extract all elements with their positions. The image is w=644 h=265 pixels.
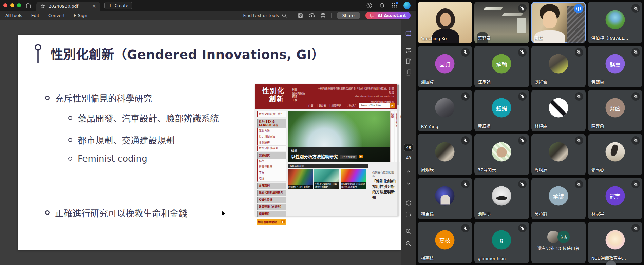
comments-icon[interactable] [405, 47, 412, 54]
site-sidebar-header: 性別化創新通訊新知 [257, 190, 286, 196]
participant-name: 吳承諺 [535, 210, 548, 217]
participant-name: 黃麒熏 [591, 79, 604, 85]
participant-tile[interactable]: 葉羿君 [474, 2, 529, 43]
site-hero-row: 科學 以性別分析方法協助研究 ｜性別化創新 ▶ [288, 111, 399, 162]
participant-tile[interactable]: 麒熏 黃麒熏 [588, 46, 642, 87]
participant-tile[interactable]: NCU通識教育中… [588, 222, 642, 263]
participant-tile[interactable]: 承諺 吳承諺 [531, 178, 586, 219]
participant-avatar [549, 142, 568, 161]
site-hero-tag: ｜性別化創新 [340, 155, 357, 159]
site-sidebar-item: 特定領域方法 [257, 134, 286, 140]
site-thumb-stem-cells: 幹細胞：分析生理性別 [288, 169, 313, 189]
document-tab[interactable]: 20240930.pdf ✕ [36, 2, 100, 11]
participant-tile[interactable]: 鈺媞 黃鈺媞 [474, 90, 529, 131]
bullet-2-text: 正確進行研究可以挽救生命和金錢 [55, 206, 187, 219]
participant-tile[interactable]: 周炯辰 [531, 134, 586, 176]
participant-tile[interactable]: 賴禹心 [588, 134, 642, 176]
participant-tile-active-speaker[interactable]: 袁援 [531, 2, 586, 43]
site-logo-line1: 性別化 [262, 87, 285, 95]
refresh-icon[interactable] [405, 199, 412, 207]
create-tab-button[interactable]: + Create [104, 2, 132, 9]
bullet-marker [45, 96, 50, 100]
right-rail: 48 49 [401, 20, 416, 265]
help-icon[interactable] [366, 2, 373, 9]
page-up-icon[interactable] [405, 168, 412, 176]
participant-tile[interactable]: P.Y Yang [418, 90, 472, 131]
menu-convert[interactable]: Convert [48, 13, 65, 18]
export-page-icon[interactable] [405, 211, 412, 218]
menu-all-tools[interactable]: All tools [5, 13, 22, 18]
save-icon[interactable] [298, 13, 303, 18]
site-sidebar-header: 政策建議 (含期刊) [257, 204, 286, 210]
participant-tile[interactable]: 池翊亭 [474, 178, 529, 219]
menubar: All tools Edit Convert E-Sign Find text … [0, 11, 416, 20]
current-page-input[interactable]: 48 [404, 144, 413, 151]
tab-close-icon[interactable]: ✕ [92, 4, 96, 9]
home-button[interactable] [25, 0, 32, 11]
apps-grid-icon[interactable] [391, 2, 397, 8]
mic-off-icon [631, 136, 640, 145]
meet-participants-grid: Yunching Ko 葉羿君 袁援 洪伯樺（RAFAEL… 圓貞 謝圓貞 承翰… [416, 0, 644, 265]
notifications-bell-icon[interactable] [379, 2, 385, 9]
site-scrollbar [397, 84, 399, 216]
website-screenshot: 性別化 創新 科學 健康與醫療 環境 工程 本網站由蔡麗玲教授主持之國科會「性別… [255, 84, 399, 216]
overflow-label: 還有另外 13 位使用者 [531, 245, 586, 251]
menu-edit[interactable]: Edit [31, 13, 39, 18]
participant-name: 葉羿君 [478, 35, 491, 41]
ai-assistant-panel-icon[interactable] [405, 30, 412, 37]
print-icon[interactable] [320, 13, 326, 19]
avatar-initials: 燕枝 [439, 236, 450, 244]
site-sidebar: 性別化創新是什麼？ 性別(SEX & GENDER)分析 基礎方法 特定領域方法… [255, 111, 287, 216]
mic-off-icon [631, 92, 640, 101]
participant-tile[interactable]: 37薛閔云 [474, 134, 529, 176]
participant-avatar: 圓貞 [435, 54, 455, 74]
share-label: Share [342, 13, 355, 18]
site-credit-line1: 本網站由蔡麗玲教授主持之國科會「性別化創新的應用與推廣」計畫維護 [318, 87, 394, 95]
sub-bullet-1-text: 藥品開發、汽車設計、臉部辨識系統 [78, 111, 219, 124]
participant-tile[interactable]: 楊東倫 [418, 178, 472, 219]
participant-tile[interactable]: 冠宇 林冠宇 [588, 178, 642, 219]
participant-tile[interactable]: 圓貞 謝圓貞 [418, 46, 472, 87]
participant-tile[interactable]: 洪伯樺（RAFAEL… [588, 2, 642, 43]
site-sidebar-cite-label: 如何引用本網站 [258, 220, 277, 224]
overflow-participants-tile[interactable]: 立杰 還有另外 13 位使用者 [531, 222, 586, 263]
participant-tile[interactable]: 承翰 汪承翰 [474, 46, 529, 87]
site-logo-line2: 創新 [262, 95, 285, 103]
participant-tile[interactable]: Yunching Ko [418, 2, 472, 43]
participant-tile[interactable]: 劉祥雲 [531, 46, 586, 87]
upload-cloud-icon[interactable] [308, 12, 315, 19]
maximize-window-button[interactable] [17, 3, 21, 7]
user-avatar[interactable] [403, 2, 411, 9]
ai-assistant-button[interactable]: AI Assistant [365, 12, 411, 19]
participant-tile[interactable]: 羿函 陳羿函 [588, 90, 642, 131]
bookmarks-icon[interactable] [405, 58, 412, 65]
share-button[interactable]: Share [337, 12, 360, 19]
pages-icon[interactable] [405, 69, 412, 76]
mic-off-icon [631, 48, 640, 57]
home-icon [25, 2, 32, 9]
participant-tile[interactable]: g glimmer hsin [474, 222, 529, 263]
participant-name: 洪伯樺（RAFAEL… [591, 35, 628, 41]
avatar-initials: 承翰 [496, 60, 507, 68]
mic-off-icon [575, 136, 583, 145]
participant-tile[interactable]: 燕枝 楊燕枝 [418, 222, 472, 263]
participant-tile[interactable]: 林樺霖 [531, 90, 586, 131]
page-down-icon[interactable] [405, 180, 412, 187]
participant-tile[interactable]: 周炯辰 [418, 134, 472, 176]
zoom-out-icon[interactable] [405, 240, 412, 247]
menubar-right: Find text or tools Share AI Assistant [243, 12, 411, 19]
mic-off-icon [575, 92, 583, 101]
site-case-thumbnails: 幹細胞：分析生理性別 男性避孕藥研究：打破社會性別典範 HIV藥物劑量：形成研究… [288, 169, 368, 201]
menu-esign[interactable]: E-Sign [74, 13, 87, 18]
find-text-button[interactable]: Find text or tools [243, 13, 287, 18]
mic-off-icon [631, 4, 640, 13]
participant-name: 劉祥雲 [535, 79, 548, 85]
mic-off-icon [518, 92, 527, 101]
minimize-window-button[interactable] [10, 3, 14, 7]
site-sidebar-item: 環境 [257, 176, 286, 182]
close-window-button[interactable] [3, 3, 7, 7]
zoom-in-icon[interactable] [405, 228, 412, 235]
slide-title-row: 性別化創新（Gendered Innovations, GI） [34, 43, 324, 64]
site-why-title: 為何要有性別化創新？ [372, 170, 397, 178]
star-icon[interactable] [40, 4, 45, 9]
